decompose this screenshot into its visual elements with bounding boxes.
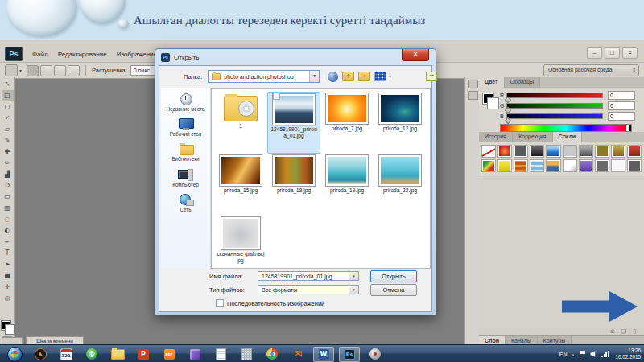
color-spectrum-bar[interactable] [500, 124, 632, 132]
cancel-button[interactable]: Отмена [370, 284, 417, 296]
shape-tool[interactable]: ■ [2, 270, 14, 282]
mail-agent-icon[interactable]: @ [81, 347, 102, 362]
language-indicator[interactable]: EN [559, 352, 568, 357]
selection-checkbox[interactable] [273, 93, 280, 100]
menu-item-1[interactable]: Файл [32, 51, 48, 58]
quick-selection-tool[interactable]: ✓ [2, 113, 14, 124]
file-item[interactable]: priroda_15.jpg [214, 154, 267, 216]
style-swatch-16[interactable] [563, 159, 577, 172]
file-item[interactable]: priroda_22.jpg [374, 154, 427, 216]
tab-Цвет[interactable]: Цвет [479, 77, 505, 88]
action-center-icon[interactable] [579, 351, 585, 358]
style-swatch-8[interactable] [595, 145, 609, 158]
style-swatch-11[interactable] [481, 159, 496, 172]
tab-Стили[interactable]: Стили [553, 132, 583, 142]
powerpoint-icon[interactable]: P [133, 347, 154, 362]
workspace-selector[interactable]: Основная рабочая среда [543, 64, 639, 76]
style-swatch-14[interactable] [530, 159, 544, 172]
daemon-tools-icon[interactable] [30, 347, 51, 362]
open-button[interactable]: Открыть [370, 270, 417, 282]
place-recent-places[interactable]: Недавние места [163, 93, 209, 112]
expand-panels-icon[interactable] [468, 80, 478, 88]
style-swatch-13[interactable] [514, 159, 528, 172]
style-swatch-4[interactable] [530, 145, 544, 158]
explorer-icon[interactable] [107, 347, 128, 362]
new-folder-icon[interactable]: ✶ [358, 72, 370, 81]
minimize-button[interactable]: – [587, 47, 602, 59]
menu-item-3[interactable]: Изображение [117, 51, 157, 58]
back-icon[interactable]: ← [328, 72, 338, 82]
tab-Образцы[interactable]: Образцы [505, 77, 540, 88]
place-computer[interactable]: Компьютер [163, 168, 209, 187]
chrome-icon[interactable] [262, 347, 283, 362]
clone-stamp-tool[interactable]: ▟ [2, 169, 14, 180]
tab-История[interactable]: История [479, 132, 513, 142]
pdf-icon[interactable]: PDF [159, 347, 180, 362]
crop-tool[interactable]: ▱ [2, 124, 14, 135]
filename-input[interactable]: 1245819901_priroda_01.jpg [258, 271, 359, 281]
media-player-classic-icon[interactable]: 321 [56, 347, 76, 362]
selection-mode-subtract-button[interactable] [54, 65, 66, 76]
folder-dropdown[interactable]: photo and action photoshop ▼ [208, 70, 320, 83]
brush-tool[interactable]: ✏ [2, 158, 14, 169]
eraser-tool[interactable]: ▭ [2, 191, 14, 203]
type-tool[interactable]: T [2, 248, 14, 259]
photoshop-icon[interactable]: Ps [339, 347, 360, 362]
style-swatch-3[interactable] [514, 145, 528, 158]
file-item[interactable]: 1 [214, 92, 267, 154]
pen-tool[interactable]: ✒ [2, 237, 14, 248]
hand-tool[interactable]: ✛ [2, 282, 14, 293]
calculator-icon[interactable] [236, 347, 257, 362]
zoom-tool[interactable]: ◎ [2, 293, 14, 304]
style-swatch-9[interactable] [611, 145, 625, 158]
file-item[interactable]: скачанные файлы.jpg [214, 216, 267, 269]
marquee-tool[interactable]: □ [2, 90, 14, 101]
file-item[interactable]: priroda_12.jpg [374, 92, 427, 154]
file-item[interactable]: priroda_7.jpg [320, 92, 374, 154]
channel-slider-B[interactable] [506, 113, 603, 119]
marquee-tool-icon[interactable] [5, 64, 18, 76]
volume-icon[interactable] [590, 351, 597, 357]
delete-layer-icon[interactable]: ▯ [633, 327, 636, 335]
path-selection-tool[interactable]: ➤ [2, 259, 14, 270]
views-icon[interactable] [374, 72, 386, 81]
style-swatch-1[interactable] [481, 145, 496, 158]
style-swatch-20[interactable] [627, 159, 642, 172]
network-icon[interactable] [601, 351, 609, 357]
new-layer-icon[interactable]: ❏ [621, 327, 626, 335]
channel-slider-G[interactable] [506, 103, 603, 109]
style-swatch-6[interactable] [563, 145, 577, 158]
channel-slider-R[interactable] [506, 93, 603, 98]
style-swatch-7[interactable] [579, 145, 593, 158]
style-swatch-18[interactable] [595, 159, 609, 172]
word-icon[interactable]: W [313, 347, 334, 362]
lasso-tool[interactable]: ○ [2, 101, 14, 113]
place-libraries[interactable]: Библиотеки [163, 142, 209, 162]
style-swatch-10[interactable] [627, 145, 642, 158]
background-color-swatch[interactable] [6, 325, 14, 334]
selection-mode-intersect-button[interactable] [68, 65, 80, 76]
style-swatch-17[interactable] [579, 159, 593, 172]
style-swatch-12[interactable] [497, 159, 512, 172]
history-brush-tool[interactable]: ↺ [2, 180, 14, 191]
place-desktop[interactable]: Рабочий стол [163, 117, 209, 137]
clock[interactable]: 13:26 10.02.2015 [615, 348, 641, 361]
show-hidden-icons-icon[interactable]: ▴ [572, 352, 574, 357]
tab-Коррекция[interactable]: Коррекция [513, 132, 552, 142]
dodge-tool[interactable]: ◐ [2, 225, 14, 237]
style-swatch-2[interactable] [497, 145, 512, 158]
channel-value-B[interactable]: 0 [608, 112, 635, 121]
panel-icon[interactable] [468, 91, 478, 100]
dialog-close-button[interactable]: ✕ [402, 49, 429, 61]
channel-value-G[interactable]: 0 [608, 101, 635, 110]
link-layers-icon[interactable]: ⊘ [610, 327, 615, 335]
up-folder-icon[interactable]: ↑ [342, 72, 354, 81]
channel-value-R[interactable]: 0 [608, 91, 635, 100]
notepad-icon[interactable] [210, 347, 231, 362]
style-swatch-5[interactable] [546, 145, 560, 158]
last-folder-icon[interactable]: → [426, 72, 437, 81]
sequence-checkbox[interactable] [216, 299, 224, 307]
eyedropper-tool[interactable]: ✎ [2, 135, 14, 146]
place-network[interactable]: Сеть [163, 193, 209, 212]
dialog-title-bar[interactable]: Ps Открыть ✕ [155, 49, 436, 65]
